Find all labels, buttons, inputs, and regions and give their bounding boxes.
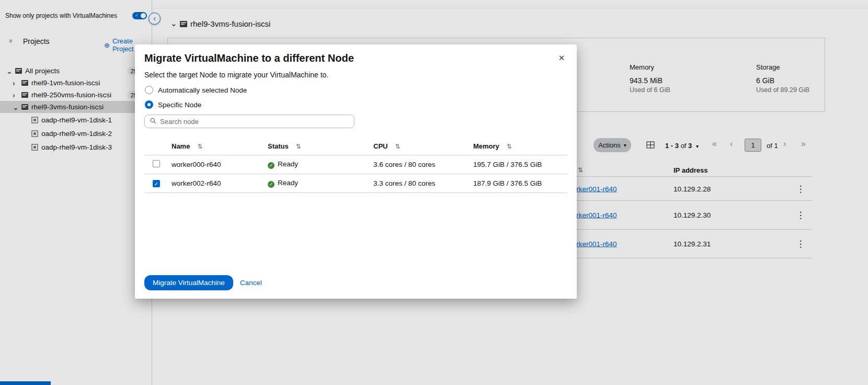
modal-description: Select the target Node to migrate your V… — [144, 71, 328, 79]
ready-status-icon: ✓ — [268, 181, 275, 188]
radio-label: Automatically selected Node — [158, 86, 247, 94]
node-selection-table: Name⇅ Status⇅ CPU⇅ Memory⇅ worker000-r64… — [144, 140, 567, 193]
checkbox-checked[interactable]: ✓ — [153, 180, 160, 187]
node-cpu: 3.6 cores / 80 cores — [373, 155, 473, 174]
radio-automatically-selected-node[interactable]: Automatically selected Node — [145, 86, 247, 94]
ready-status-icon: ✓ — [268, 162, 275, 169]
node-name: worker000-r640 — [172, 155, 268, 174]
sort-icon[interactable]: ⇅ — [395, 143, 400, 150]
node-status: Ready — [278, 160, 298, 168]
checkbox-unchecked[interactable] — [153, 160, 160, 167]
search-icon — [150, 117, 156, 126]
radio-button-unselected[interactable] — [145, 86, 153, 94]
node-memory: 187.9 GiB / 376.5 GiB — [473, 174, 567, 193]
modal-footer: Migrate VirtualMachine Cancel — [144, 275, 262, 290]
cancel-button[interactable]: Cancel — [240, 279, 262, 287]
radio-specific-node[interactable]: Specific Node — [145, 100, 201, 109]
close-icon[interactable]: ✕ — [556, 52, 567, 64]
node-status: Ready — [278, 179, 298, 187]
node-table-header-row: Name⇅ Status⇅ CPU⇅ Memory⇅ — [144, 140, 567, 155]
node-row-worker000[interactable]: worker000-r640 ✓Ready 3.6 cores / 80 cor… — [144, 155, 567, 174]
node-row-worker002[interactable]: ✓ worker002-r640 ✓Ready 3.3 cores / 80 c… — [144, 174, 567, 193]
node-name: worker002-r640 — [172, 174, 268, 193]
name-column-header[interactable]: Name⇅ — [172, 140, 268, 155]
radio-button-selected[interactable] — [145, 100, 153, 109]
sort-icon[interactable]: ⇅ — [296, 143, 301, 150]
modal-title: Migrate VirtualMachine to a different No… — [144, 52, 354, 64]
node-cpu: 3.3 cores / 80 cores — [373, 174, 473, 193]
node-memory: 195.7 GiB / 376.5 GiB — [473, 155, 567, 174]
migrate-node-modal: Migrate VirtualMachine to a different No… — [135, 44, 577, 299]
sort-icon[interactable]: ⇅ — [197, 143, 202, 150]
node-search-box — [144, 115, 355, 128]
sort-icon[interactable]: ⇅ — [507, 143, 512, 150]
search-node-input[interactable] — [160, 118, 349, 126]
migrate-virtualmachine-button[interactable]: Migrate VirtualMachine — [144, 275, 233, 290]
cpu-column-header[interactable]: CPU⇅ — [373, 140, 473, 155]
status-column-header[interactable]: Status⇅ — [268, 140, 373, 155]
radio-label: Specific Node — [158, 101, 201, 109]
memory-column-header[interactable]: Memory⇅ — [473, 140, 567, 155]
app-window: Show only projects with VirtualMachines … — [0, 0, 868, 385]
checkbox-column-header — [144, 140, 172, 155]
